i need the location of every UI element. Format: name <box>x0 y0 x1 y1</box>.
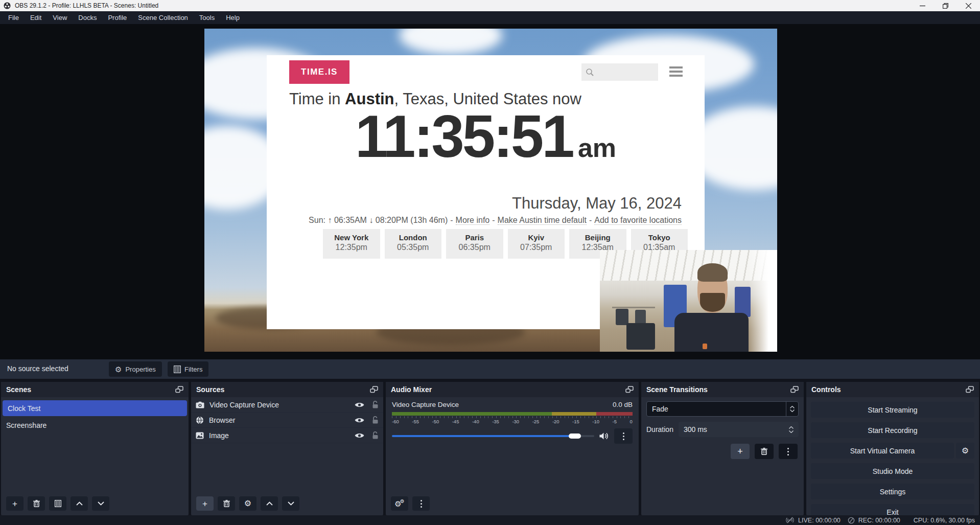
spinner-arrows[interactable] <box>789 426 794 433</box>
chevron-down-icon <box>288 501 294 506</box>
timeis-logo[interactable]: TIME.IS <box>289 60 349 84</box>
volume-slider-handle[interactable] <box>569 433 581 439</box>
lock-open-icon[interactable] <box>372 416 379 424</box>
status-bar: LIVE: 00:00:00 REC: 00:00:00 CPU: 0.6%, … <box>0 515 980 525</box>
image-icon <box>196 432 204 439</box>
duration-input[interactable]: 300 ms <box>679 422 799 437</box>
controls-header: Controls <box>806 382 979 397</box>
menu-profile[interactable]: Profile <box>102 11 132 24</box>
popout-icon[interactable] <box>175 386 183 393</box>
minimize-button[interactable] <box>911 0 934 11</box>
add-favorite-link[interactable]: Add to favorite locations <box>594 216 682 225</box>
start-virtual-camera-button[interactable]: Start Virtual Camera <box>811 443 954 459</box>
remove-scene-button[interactable] <box>28 496 45 511</box>
settings-button[interactable]: Settings <box>811 484 974 499</box>
more-info-link[interactable]: More info <box>456 216 490 225</box>
popout-icon[interactable] <box>966 386 974 393</box>
person-body <box>674 313 749 352</box>
sun-info-line: Sun: ↑ 06:35AM ↓ 08:20PM (13h 46m)-More … <box>309 216 682 225</box>
menu-tools[interactable]: Tools <box>194 11 220 24</box>
scene-filters-button[interactable] <box>49 496 66 511</box>
visibility-eye-icon[interactable] <box>355 417 364 423</box>
current-date: Thursday, May 16, 2024 <box>512 194 682 213</box>
gear-icon: ⚙ <box>115 366 122 373</box>
menu-file[interactable]: File <box>3 11 25 24</box>
make-default-link[interactable]: Make Austin time default <box>498 216 587 225</box>
studio-mode-button[interactable]: Studio Mode <box>811 463 974 479</box>
visibility-eye-icon[interactable] <box>355 432 364 439</box>
speaker-icon[interactable] <box>599 432 609 440</box>
channel-options-button[interactable] <box>614 428 633 444</box>
popout-icon[interactable] <box>370 386 378 393</box>
mixer-options-button[interactable] <box>412 496 430 511</box>
source-properties-button[interactable]: ⚙ <box>239 496 256 511</box>
menu-help[interactable]: Help <box>220 11 245 24</box>
source-item-browser[interactable]: Browser <box>191 413 383 428</box>
start-streaming-button[interactable]: Start Streaming <box>811 402 974 418</box>
add-scene-button[interactable]: + <box>6 496 24 511</box>
transition-select[interactable]: Fade <box>646 401 799 417</box>
search-input[interactable] <box>581 63 658 81</box>
menu-scene-collection[interactable]: Scene Collection <box>132 11 194 24</box>
trash-icon <box>33 500 40 507</box>
advanced-audio-button[interactable]: ⚙⚙ <box>391 496 408 511</box>
globe-icon <box>196 416 204 424</box>
popout-icon[interactable] <box>790 386 799 393</box>
virtual-camera-config-button[interactable]: ⚙ <box>956 443 974 459</box>
city-card[interactable]: London05:35pm <box>385 229 442 259</box>
lock-open-icon[interactable] <box>372 401 379 408</box>
lock-open-icon[interactable] <box>372 431 379 439</box>
add-transition-button[interactable]: + <box>731 444 750 459</box>
add-source-button[interactable]: + <box>196 496 214 511</box>
source-toolbar: No source selected ⚙ Properties Filters <box>0 359 980 379</box>
sources-toolbar: + ⚙ <box>191 492 383 515</box>
visibility-eye-icon[interactable] <box>355 402 364 408</box>
move-source-down-button[interactable] <box>282 496 299 511</box>
add-icon: + <box>202 499 207 508</box>
move-scene-up-button[interactable] <box>71 496 88 511</box>
search-icon <box>586 68 594 77</box>
channel-level-db: 0.0 dB <box>613 401 633 408</box>
properties-button[interactable]: ⚙ Properties <box>109 361 162 377</box>
restore-icon <box>943 3 948 9</box>
kebab-menu-icon <box>421 499 422 508</box>
menu-edit[interactable]: Edit <box>25 11 47 24</box>
scene-item-clock-test[interactable]: Clock Test <box>3 400 187 416</box>
menu-view[interactable]: View <box>47 11 73 24</box>
filters-icon <box>174 366 181 373</box>
volume-meter <box>392 412 633 416</box>
popout-icon[interactable] <box>625 386 634 393</box>
chevron-down-icon <box>790 409 795 412</box>
remove-source-button[interactable] <box>218 496 235 511</box>
webcam-source <box>600 250 777 352</box>
scene-preview[interactable]: TIME.IS Time in Austin, Texas, United St… <box>204 29 777 352</box>
filters-button[interactable]: Filters <box>168 361 208 377</box>
source-item-video-capture[interactable]: Video Capture Device <box>191 397 383 413</box>
sources-panel: Sources Video Capture Device <box>191 382 383 515</box>
city-card[interactable]: New York12:35pm <box>323 229 380 259</box>
source-item-image[interactable]: Image <box>191 428 383 443</box>
hamburger-menu-icon[interactable] <box>669 66 683 79</box>
city-card[interactable]: Kyiv07:35pm <box>508 229 565 259</box>
remove-transition-button[interactable] <box>755 444 774 459</box>
controls-panel: Controls Start Streaming Start Recording… <box>806 382 979 515</box>
add-icon: + <box>12 499 17 508</box>
city-card[interactable]: Paris06:35pm <box>446 229 503 259</box>
move-scene-down-button[interactable] <box>92 496 109 511</box>
chevron-up-icon <box>266 501 273 506</box>
scene-item-screenshare[interactable]: Screenshare <box>1 417 189 433</box>
scene-transitions-panel: Scene Transitions Fade Duration <box>641 382 804 515</box>
close-button[interactable] <box>957 0 980 11</box>
start-recording-button[interactable]: Start Recording <box>811 422 974 438</box>
audio-mixer-panel: Audio Mixer Video Capture Device 0.0 dB … <box>386 382 639 515</box>
chevron-up-icon <box>789 426 794 429</box>
volume-slider[interactable] <box>392 435 594 437</box>
meter-tick-labels: -60-55-50-45-40-35-30-25-20-15-10-50 <box>392 419 633 424</box>
obs-window: OBS 29.1.2 - Profile: LLHLS BETA - Scene… <box>0 0 980 525</box>
transition-options-button[interactable] <box>779 444 798 459</box>
kebab-menu-icon <box>623 431 624 441</box>
move-source-up-button[interactable] <box>261 496 278 511</box>
menu-docks[interactable]: Docks <box>73 11 102 24</box>
broadcast-off-icon <box>785 517 795 523</box>
restore-button[interactable] <box>934 0 957 11</box>
